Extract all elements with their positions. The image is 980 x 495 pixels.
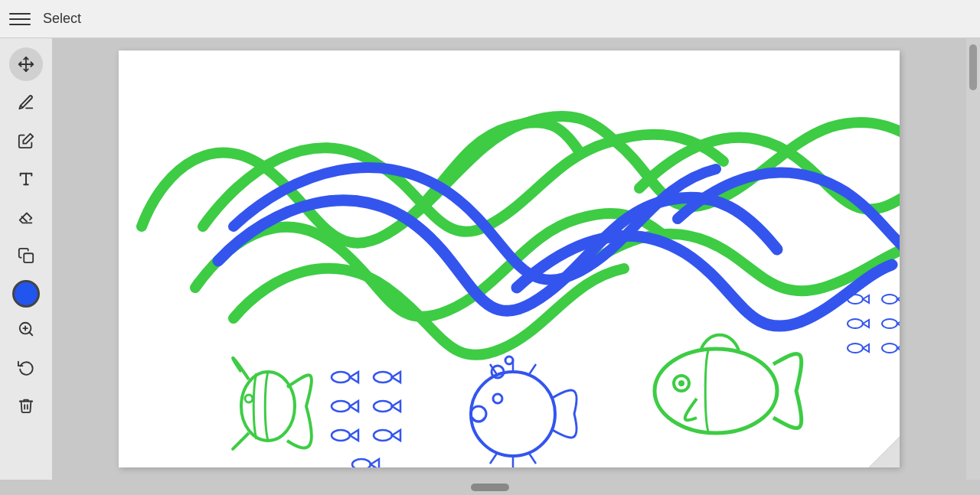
- move-tool-button[interactable]: [9, 47, 43, 81]
- pen-icon: [18, 132, 34, 149]
- copy-icon: [18, 247, 34, 264]
- menu-button[interactable]: [9, 8, 31, 30]
- blue-school-fish: [332, 372, 400, 467]
- svg-point-29: [882, 295, 897, 304]
- svg-point-32: [848, 344, 863, 353]
- svg-point-14: [374, 372, 392, 383]
- svg-point-31: [882, 319, 897, 328]
- svg-point-30: [848, 319, 863, 328]
- text-tool-button[interactable]: [9, 162, 43, 196]
- eraser-tool-button[interactable]: [9, 200, 43, 234]
- svg-point-24: [493, 394, 502, 403]
- pen-edit-tool-button[interactable]: [9, 86, 43, 119]
- scrollbar-thumb[interactable]: [969, 44, 977, 90]
- pen-tool-button[interactable]: [9, 124, 43, 158]
- svg-point-21: [505, 357, 513, 364]
- undo-button[interactable]: [9, 350, 43, 384]
- svg-point-15: [332, 401, 350, 412]
- blue-small-school: [848, 295, 900, 353]
- svg-point-18: [374, 430, 392, 441]
- delete-icon: [18, 397, 34, 414]
- large-green-fish: [655, 335, 802, 433]
- header: Select: [0, 0, 980, 38]
- svg-point-25: [655, 349, 777, 433]
- move-icon: [18, 56, 34, 73]
- vertical-scrollbar[interactable]: [966, 38, 980, 480]
- toolbar: [0, 38, 52, 480]
- canvas-wrap: [52, 38, 966, 480]
- svg-line-2: [21, 106, 23, 108]
- angelfish-green: [233, 358, 312, 449]
- zoom-icon: [18, 321, 34, 337]
- delete-button[interactable]: [9, 389, 43, 422]
- main-area: [0, 38, 980, 480]
- svg-point-13: [332, 372, 350, 383]
- horizontal-scroll-thumb[interactable]: [471, 484, 509, 491]
- color-swatch[interactable]: [12, 280, 40, 308]
- bottom-bar: [0, 480, 980, 495]
- page-title: Select: [43, 11, 81, 27]
- text-icon: [18, 171, 34, 187]
- drawing-canvas[interactable]: [119, 50, 900, 467]
- svg-point-28: [848, 295, 863, 304]
- blowfish: [471, 357, 577, 467]
- svg-point-12: [245, 395, 253, 402]
- svg-point-16: [374, 401, 392, 412]
- svg-point-22: [471, 372, 555, 456]
- eraser-icon: [18, 209, 34, 226]
- pen-edit-icon: [18, 94, 34, 111]
- svg-point-19: [352, 459, 371, 467]
- svg-point-17: [332, 430, 350, 441]
- svg-rect-6: [24, 253, 33, 262]
- svg-point-11: [241, 372, 295, 441]
- canvas-svg: [119, 50, 900, 467]
- copy-tool-button[interactable]: [9, 239, 43, 272]
- undo-icon: [18, 359, 34, 376]
- svg-point-27: [678, 380, 684, 386]
- svg-point-33: [882, 344, 897, 353]
- svg-line-8: [29, 332, 32, 335]
- zoom-tool-button[interactable]: [9, 312, 43, 346]
